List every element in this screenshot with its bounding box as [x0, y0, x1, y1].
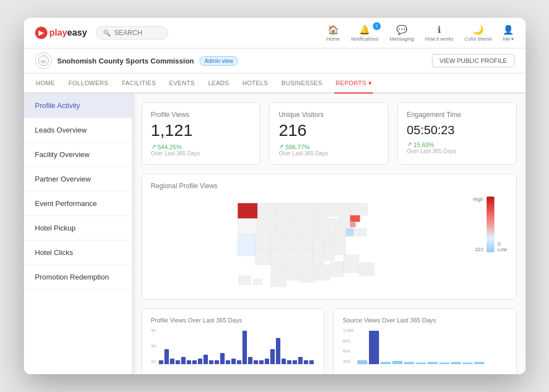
sidebar-item-event-performance[interactable]: Event Performance	[24, 192, 132, 216]
view-public-profile-button[interactable]: VIEW PUBLIC PROFILE	[432, 54, 514, 67]
up-arrow-icon-2: ↗	[279, 143, 284, 150]
nav-right: 🏠 Home 🔔 2 Notifications 💬 Messaging ℹ H…	[327, 24, 514, 42]
bar	[248, 357, 252, 364]
org-name: Snohomish County Sports Commission	[57, 57, 195, 65]
state-va	[334, 228, 346, 242]
state-de	[359, 228, 366, 236]
unique-visitors-period: Over Last 365 Days	[279, 150, 379, 156]
state-ct	[350, 222, 356, 227]
state-in	[312, 234, 323, 249]
map-container: High 323 0 Low	[151, 197, 507, 291]
bar	[357, 360, 367, 365]
state-sc	[334, 242, 346, 255]
sidebar-item-partner-overview[interactable]: Partner Overview	[24, 167, 132, 192]
nav-notifications[interactable]: 🔔 2 Notifications	[351, 24, 378, 42]
profile-chart-y-axis: 40 30 20	[151, 328, 156, 364]
content-area: Profile Views 1,121 ↗ 544.25% Over Last …	[133, 94, 526, 374]
chart-profile-views-area: 40 30 20	[151, 328, 315, 374]
avatar-icon: 👤	[503, 24, 514, 35]
nav-home-label: Home	[327, 36, 340, 42]
nav-notifications-label: Notifications	[351, 36, 378, 42]
bar	[304, 360, 308, 364]
chart-card-source-views: Source Views Over Last 365 Days 1,000 80…	[333, 308, 517, 374]
stats-row: Profile Views 1,121 ↗ 544.25% Over Last …	[142, 102, 517, 165]
sidebar-item-profile-activity[interactable]: Profile Activity	[24, 94, 132, 118]
state-ak	[239, 276, 251, 285]
bar	[439, 362, 449, 364]
state-tx	[270, 265, 286, 287]
bar	[198, 359, 202, 364]
tab-nav: HOME FOLLOWERS FACILITIES EVENTS LEADS H…	[24, 74, 526, 94]
sidebar-item-leads-overview[interactable]: Leads Overview	[24, 118, 132, 143]
state-ma	[350, 215, 360, 222]
org-info: SC Snohomish County Sports Commission Ad…	[35, 52, 239, 69]
search-icon: 🔍	[103, 30, 111, 37]
sidebar: Profile Activity Leads Overview Facility…	[24, 94, 133, 374]
bar	[381, 362, 391, 364]
admin-badge: Admin view	[200, 56, 238, 66]
profile-bars-container	[159, 328, 315, 364]
tab-home[interactable]: HOME	[35, 74, 56, 94]
bar	[226, 360, 230, 364]
home-icon: 🏠	[328, 24, 339, 35]
chart-source-views-area: 1,000 800 600 400	[343, 328, 507, 374]
bar	[451, 362, 461, 364]
sidebar-item-hotel-clicks[interactable]: Hotel Clicks	[24, 241, 132, 265]
source-chart-y-axis: 1,000 800 600 400	[343, 328, 354, 364]
bar	[298, 357, 303, 364]
tab-leads[interactable]: LEADS	[207, 74, 230, 94]
legend-low-value: 0	[498, 241, 507, 247]
bar	[287, 360, 291, 364]
state-co	[270, 234, 286, 249]
nav-how-it-works[interactable]: ℹ How it works	[425, 24, 453, 42]
legend-gradient-bar	[487, 197, 494, 252]
stat-card-unique-visitors: Unique Visitors 216 ↗ 596.77% Over Last …	[269, 102, 388, 165]
chart-profile-views-title: Profile Views Over Last 365 Days	[151, 317, 315, 324]
tab-followers[interactable]: FOLLOWERS	[67, 74, 110, 94]
browser-window: ▶ playeasy 🔍 🏠 Home 🔔 2 Notifications 💬 …	[24, 18, 526, 374]
chart-source-views-title: Source Views Over Last 365 Days	[343, 317, 507, 324]
profile-views-change: ↗ 544.25%	[151, 143, 251, 150]
nav-home[interactable]: 🏠 Home	[327, 24, 340, 42]
bar	[276, 338, 280, 364]
sidebar-item-promotion-redemption[interactable]: Promotion Redemption	[24, 265, 132, 290]
bar	[416, 362, 426, 364]
bar	[270, 349, 275, 364]
bar	[203, 355, 208, 364]
state-az	[255, 249, 271, 265]
state-ne	[286, 234, 299, 249]
bar	[187, 360, 191, 364]
profile-views-value: 1,121	[151, 122, 251, 139]
engagement-time-change: ↗ 15.63%	[407, 141, 507, 148]
state-al	[330, 262, 343, 277]
tab-facilities[interactable]: FACILITIES	[120, 74, 157, 94]
map-section: Regional Profile Views	[142, 174, 517, 300]
up-arrow-icon: ↗	[151, 143, 156, 150]
nav-color-theme[interactable]: 🌙 Color theme	[464, 24, 492, 42]
legend-container: High 323 0 Low	[473, 197, 507, 252]
nav-messaging[interactable]: 💬 Messaging	[390, 24, 414, 42]
stat-card-engagement-time: Engagement Time 05:50:23 ↗ 15.63% Over L…	[397, 102, 517, 165]
tab-events[interactable]: EVENTS	[168, 74, 196, 94]
tab-reports[interactable]: REPORTS ▾	[334, 74, 373, 94]
state-fl	[358, 263, 374, 276]
profile-views-label: Profile Views	[151, 111, 251, 119]
tab-hotels[interactable]: HOTELS	[241, 74, 269, 94]
legend-high-label: High	[473, 197, 483, 202]
sidebar-item-facility-overview[interactable]: Facility Overview	[24, 143, 132, 167]
state-pa	[339, 215, 351, 229]
tab-businesses[interactable]: BUSINESSES	[280, 74, 323, 94]
bar	[159, 360, 163, 364]
logo[interactable]: ▶ playeasy	[35, 27, 88, 39]
logo-text: playeasy	[50, 28, 88, 38]
state-me	[358, 203, 367, 215]
logo-icon: ▶	[35, 27, 47, 39]
search-input[interactable]	[114, 29, 164, 37]
state-ar	[299, 249, 313, 265]
sidebar-item-hotel-pickup[interactable]: Hotel Pickup	[24, 216, 132, 241]
bar	[170, 359, 174, 364]
search-bar[interactable]: 🔍	[96, 26, 168, 40]
nav-messaging-label: Messaging	[390, 36, 414, 42]
bar	[265, 359, 269, 364]
nav-me[interactable]: 👤 Me ▾	[503, 24, 514, 42]
